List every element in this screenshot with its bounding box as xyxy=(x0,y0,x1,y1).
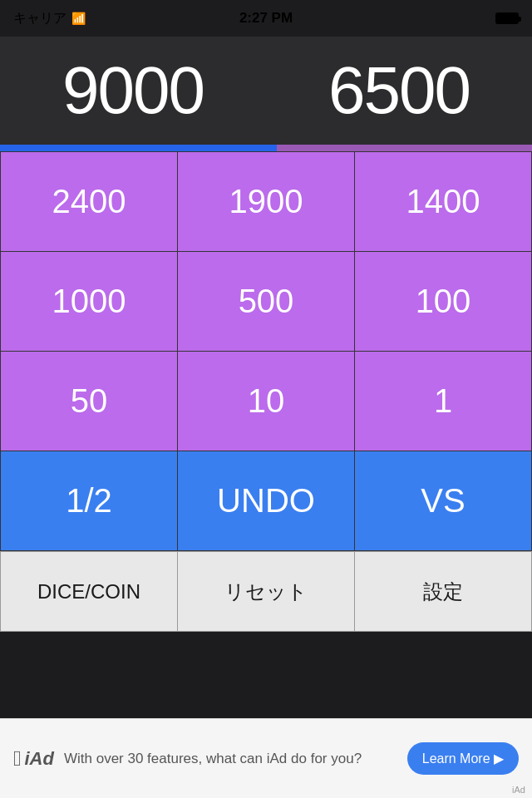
carrier-label: キャリア xyxy=(13,10,66,27)
btn-1900[interactable]: 1900 xyxy=(178,152,355,252)
ad-copy-text: With over 30 features, what can iAd do f… xyxy=(54,749,407,769)
ad-banner:  iAd With over 30 features, what can iA… xyxy=(0,718,532,798)
battery-icon xyxy=(495,12,519,24)
btn-10[interactable]: 10 xyxy=(178,352,355,451)
action-row: DICE/COIN リセット 設定 xyxy=(0,551,532,632)
btn-100[interactable]: 100 xyxy=(355,252,532,352)
button-grid: 2400 1900 1400 1000 500 100 50 10 1 1/2 … xyxy=(0,151,532,551)
time-label: 2:27 PM xyxy=(239,10,293,27)
btn-1400[interactable]: 1400 xyxy=(355,152,532,252)
status-bar: キャリア 📶 2:27 PM xyxy=(0,0,532,37)
btn-2400[interactable]: 2400 xyxy=(1,152,178,252)
btn-dice-coin[interactable]: DICE/COIN xyxy=(1,552,178,632)
btn-50[interactable]: 50 xyxy=(1,352,178,451)
btn-1[interactable]: 1 xyxy=(355,352,532,451)
score-left: 9000 xyxy=(62,52,204,129)
btn-settings[interactable]: 設定 xyxy=(355,552,532,632)
iad-text: iAd xyxy=(25,748,54,770)
apple-icon:  xyxy=(13,746,22,771)
btn-vs[interactable]: VS xyxy=(355,451,532,551)
btn-undo[interactable]: UNDO xyxy=(178,451,355,551)
btn-1000[interactable]: 1000 xyxy=(1,252,178,352)
score-right: 6500 xyxy=(328,52,470,129)
score-display: 9000 6500 xyxy=(0,37,532,145)
ad-label: iAd xyxy=(512,785,525,795)
btn-reset[interactable]: リセット xyxy=(178,552,355,632)
progress-bar-container xyxy=(0,145,532,151)
ad-logo:  iAd xyxy=(13,746,54,771)
wifi-icon: 📶 xyxy=(71,12,86,25)
learn-more-button[interactable]: Learn More ▶ xyxy=(407,742,519,775)
btn-half[interactable]: 1/2 xyxy=(1,451,178,551)
btn-500[interactable]: 500 xyxy=(178,252,355,352)
progress-bar-fill xyxy=(0,145,277,151)
